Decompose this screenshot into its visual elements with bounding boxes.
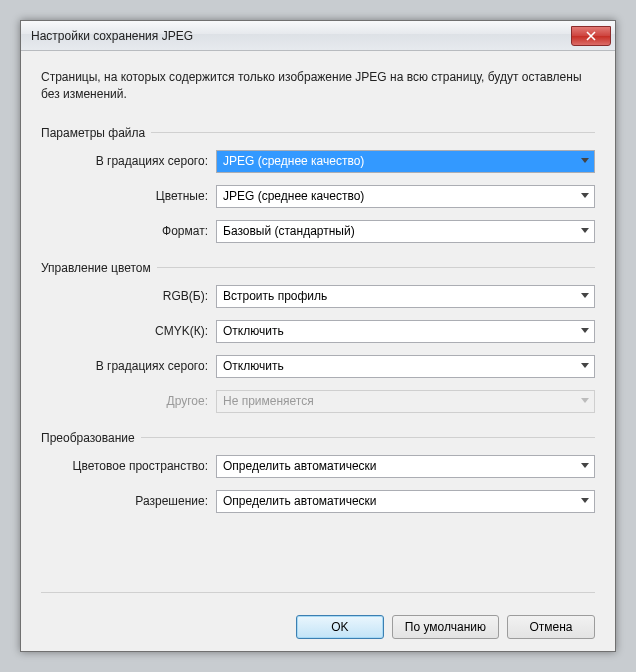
dialog-content: Страницы, на которых содержится только и… <box>21 51 615 651</box>
chevron-down-icon <box>576 287 593 306</box>
label-format: Формат: <box>41 224 216 238</box>
label-grayscale: В градациях серого: <box>41 154 216 168</box>
chevron-down-icon <box>576 152 593 171</box>
field-colorspace: Цветовое пространство: Определить автома… <box>41 455 595 478</box>
defaults-button[interactable]: По умолчанию <box>392 615 499 639</box>
field-format: Формат: Базовый (стандартный) <box>41 220 595 243</box>
dropdown-value: Не применяется <box>223 394 314 408</box>
group-line <box>141 437 595 438</box>
label-gray: В градациях серого: <box>41 359 216 373</box>
dropdown-value: Отключить <box>223 359 284 373</box>
chevron-down-icon <box>576 222 593 241</box>
group-title: Параметры файла <box>41 126 151 140</box>
ok-button[interactable]: OK <box>296 615 384 639</box>
field-color: Цветные: JPEG (среднее качество) <box>41 185 595 208</box>
titlebar[interactable]: Настройки сохранения JPEG <box>21 21 615 51</box>
cancel-button[interactable]: Отмена <box>507 615 595 639</box>
group-header-colormgmt: Управление цветом <box>41 261 595 275</box>
dropdown-format[interactable]: Базовый (стандартный) <box>216 220 595 243</box>
group-title: Управление цветом <box>41 261 157 275</box>
divider <box>41 592 595 593</box>
chevron-down-icon <box>576 392 593 411</box>
chevron-down-icon <box>576 492 593 511</box>
group-line <box>157 267 595 268</box>
jpeg-settings-dialog: Настройки сохранения JPEG Страницы, на к… <box>20 20 616 652</box>
dropdown-cmyk[interactable]: Отключить <box>216 320 595 343</box>
field-resolution: Разрешение: Определить автоматически <box>41 490 595 513</box>
group-header-transform: Преобразование <box>41 431 595 445</box>
dropdown-resolution[interactable]: Определить автоматически <box>216 490 595 513</box>
info-text: Страницы, на которых содержится только и… <box>41 69 595 104</box>
label-rgb: RGB(Б): <box>41 289 216 303</box>
label-resolution: Разрешение: <box>41 494 216 508</box>
field-rgb: RGB(Б): Встроить профиль <box>41 285 595 308</box>
dropdown-value: Определить автоматически <box>223 459 377 473</box>
dropdown-color[interactable]: JPEG (среднее качество) <box>216 185 595 208</box>
dropdown-colorspace[interactable]: Определить автоматически <box>216 455 595 478</box>
group-line <box>151 132 595 133</box>
dropdown-other: Не применяется <box>216 390 595 413</box>
dropdown-value: Базовый (стандартный) <box>223 224 355 238</box>
group-header-file: Параметры файла <box>41 126 595 140</box>
dropdown-gray[interactable]: Отключить <box>216 355 595 378</box>
field-grayscale: В градациях серого: JPEG (среднее качест… <box>41 150 595 173</box>
label-color: Цветные: <box>41 189 216 203</box>
field-other: Другое: Не применяется <box>41 390 595 413</box>
chevron-down-icon <box>576 187 593 206</box>
close-button[interactable] <box>571 26 611 46</box>
button-row: OK По умолчанию Отмена <box>41 605 595 639</box>
label-cmyk: CMYK(К): <box>41 324 216 338</box>
dropdown-grayscale[interactable]: JPEG (среднее качество) <box>216 150 595 173</box>
dropdown-value: Отключить <box>223 324 284 338</box>
dropdown-rgb[interactable]: Встроить профиль <box>216 285 595 308</box>
dropdown-value: Определить автоматически <box>223 494 377 508</box>
label-colorspace: Цветовое пространство: <box>41 459 216 473</box>
dropdown-value: JPEG (среднее качество) <box>223 154 364 168</box>
chevron-down-icon <box>576 322 593 341</box>
group-title: Преобразование <box>41 431 141 445</box>
field-cmyk: CMYK(К): Отключить <box>41 320 595 343</box>
label-other: Другое: <box>41 394 216 408</box>
window-title: Настройки сохранения JPEG <box>31 29 571 43</box>
field-gray: В градациях серого: Отключить <box>41 355 595 378</box>
chevron-down-icon <box>576 457 593 476</box>
chevron-down-icon <box>576 357 593 376</box>
close-icon <box>586 31 596 41</box>
dropdown-value: JPEG (среднее качество) <box>223 189 364 203</box>
dropdown-value: Встроить профиль <box>223 289 327 303</box>
